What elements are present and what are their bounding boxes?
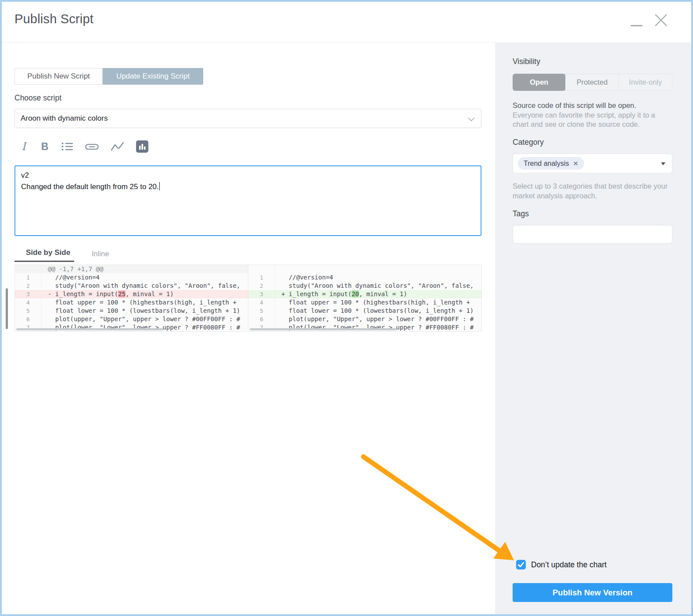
bold-icon[interactable]: B [40, 141, 50, 153]
code-diff: @@ -1,7 +1,7 @@1 //@version=42 study("Ar… [14, 265, 482, 332]
visibility-label: Visibility [513, 57, 540, 66]
category-label: Category [513, 138, 544, 147]
release-notes-textarea[interactable]: v2 Changed the default length from 25 to… [14, 165, 481, 236]
release-notes-line: v2 [21, 170, 475, 181]
visibility-note-secondary: Everyone can favorite the script, apply … [513, 111, 671, 129]
visibility-option-open[interactable]: Open [513, 74, 566, 91]
category-chip-label: Trend analysis [524, 160, 569, 168]
choose-script-label: Choose script [14, 93, 61, 103]
diff-line: 3- i_length = input(25, minval = 1) [15, 290, 248, 298]
visibility-note: Source code of this script will be open.… [513, 101, 671, 129]
tags-label: Tags [513, 209, 529, 218]
category-select[interactable]: Trend analysis ✕ [513, 154, 672, 173]
release-notes-line: Changed the default length from 25 to 20… [21, 183, 159, 191]
format-toolbar: I B [19, 139, 148, 154]
chip-remove-icon[interactable]: ✕ [573, 160, 578, 167]
page-scrollbar[interactable] [6, 288, 8, 329]
diff-horizontal-scrollbar[interactable] [250, 328, 397, 330]
visibility-option-protected[interactable]: Protected [565, 74, 619, 90]
tags-input[interactable] [513, 225, 672, 244]
dont-update-chart-label: Don’t update the chart [531, 560, 607, 569]
chevron-down-icon [468, 115, 474, 121]
italic-icon[interactable]: I [19, 140, 28, 153]
diff-line: 1 //@version=4 [15, 273, 248, 282]
page-title: Publish Script [14, 12, 93, 26]
diff-pane-old: @@ -1,7 +1,7 @@1 //@version=42 study("Ar… [15, 265, 248, 331]
link-icon[interactable] [85, 142, 99, 151]
diff-hunk-header: @@ -1,7 +1,7 @@ [15, 265, 248, 273]
diff-line: 2 study("Aroon with dynamic colors", "Ar… [248, 282, 481, 290]
diff-line: 4 float upper = 100 * (highestbars(high,… [15, 298, 248, 307]
line-chart-icon[interactable] [111, 141, 124, 152]
bar-chart-icon[interactable] [136, 140, 148, 153]
diff-hunk-header [248, 265, 481, 273]
diff-line: 3+ i_length = input(20, minval = 1) [248, 290, 481, 298]
tab-publish-new-script[interactable]: Publish New Script [14, 68, 103, 85]
category-helper-text: Select up to 3 categories that best desc… [513, 182, 671, 201]
caret-down-icon [661, 162, 665, 165]
diff-line: 5 float lower = 100 * (lowestbars(low, i… [15, 307, 248, 315]
minimize-icon[interactable] [631, 25, 643, 26]
diff-line: 5 float lower = 100 * (lowestbars(low, i… [248, 307, 481, 315]
dont-update-chart-checkbox[interactable] [516, 560, 526, 569]
visibility-segmented-control: Open Protected Invite-only [513, 74, 672, 91]
visibility-option-invite-only[interactable]: Invite-only [618, 74, 672, 90]
tab-side-by-side[interactable]: Side by Side [26, 248, 70, 257]
script-select[interactable]: Aroon with dynamic colors [14, 109, 481, 128]
diff-line: 6 plot(upper, "Upper", upper > lower ? #… [248, 315, 481, 323]
diff-line: 4 float upper = 100 * (highestbars(high,… [248, 298, 481, 307]
diff-line: 2 study("Aroon with dynamic colors", "Ar… [15, 282, 248, 290]
tab-update-existing-script[interactable]: Update Existing Script [103, 68, 203, 85]
diff-line: 6 plot(upper, "Upper", upper > lower ? #… [15, 315, 248, 323]
visibility-note-primary: Source code of this script will be open. [513, 101, 671, 111]
diff-pane-new: 1 //@version=42 study("Aroon with dynami… [248, 265, 481, 331]
tab-inline[interactable]: Inline [92, 250, 109, 258]
diff-line: 1 //@version=4 [248, 273, 481, 282]
publish-mode-tabs: Publish New Script Update Existing Scrip… [14, 68, 203, 85]
bullet-list-icon[interactable] [61, 142, 73, 151]
category-chip: Trend analysis ✕ [518, 157, 584, 170]
active-tab-underline [14, 261, 74, 262]
diff-horizontal-scrollbar[interactable] [16, 328, 163, 330]
close-icon[interactable] [653, 12, 669, 28]
text-caret [159, 182, 160, 190]
publish-new-version-button[interactable]: Publish New Version [513, 583, 672, 602]
script-select-value: Aroon with dynamic colors [15, 114, 108, 123]
